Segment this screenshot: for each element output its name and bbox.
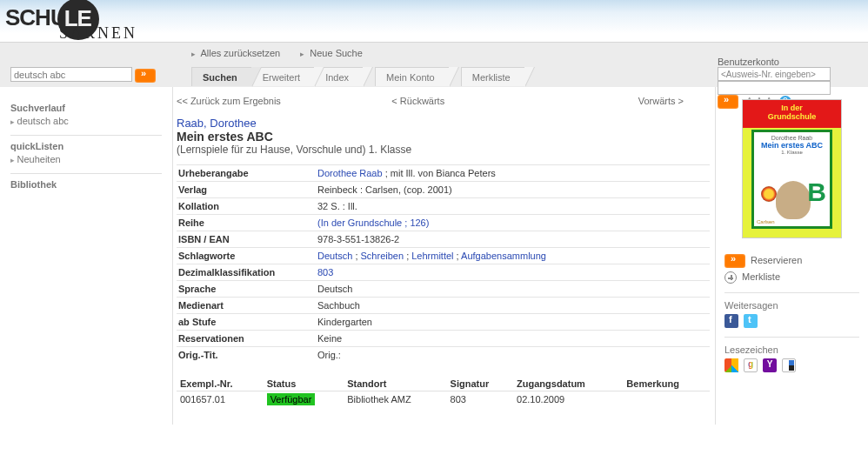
yahoo-icon[interactable]: [763, 358, 777, 372]
detail-link[interactable]: (In der Grundschule ; 126): [317, 217, 429, 228]
tab-merkliste[interactable]: Merkliste: [461, 67, 524, 86]
subject-tag[interactable]: Lehrmittel: [411, 251, 453, 261]
detail-value: Orig.:: [316, 347, 710, 364]
copy-signature: 803: [447, 391, 514, 408]
detail-value: Reinbeck : Carlsen, (cop. 2001): [316, 182, 710, 198]
cover-ball-graphic: [761, 186, 777, 202]
subject-tag[interactable]: Aufgabensammlung: [461, 251, 546, 261]
prev-record-link[interactable]: < Rückwärts: [391, 96, 444, 106]
copies-header: Bemerkung: [623, 377, 710, 391]
search-history-item[interactable]: deutsch abc: [10, 116, 162, 126]
reserve-button[interactable]: Reservieren: [724, 254, 859, 268]
copy-location: Bibliothek AMZ: [344, 391, 446, 408]
watchlist-label: Merkliste: [742, 271, 780, 282]
detail-value: 978-3-551-13826-2: [316, 231, 710, 248]
result-nav: << Zurück zum Ergebnis < Rückwärts Vorwä…: [177, 96, 710, 106]
reserve-label: Reservieren: [751, 255, 802, 265]
triangle-icon: ▸: [191, 50, 196, 58]
next-record-link[interactable]: Vorwärts >: [638, 96, 684, 106]
detail-label: Urheberangabe: [177, 165, 316, 182]
detail-label: Dezimalklassifikation: [177, 264, 316, 281]
account-label: Benutzerkonto: [718, 57, 779, 67]
share-heading: Weitersagen: [724, 300, 859, 311]
copies-header: Exempl.-Nr.: [177, 377, 264, 391]
reset-all-link[interactable]: Alles zurücksetzen: [200, 48, 280, 58]
detail-row: Orig.-Tit.Orig.:: [177, 347, 710, 364]
detail-row: SpracheDeutsch: [177, 281, 710, 298]
utility-bar: ▸ Alles zurücksetzen ▸ Neue Suche Benutz…: [0, 42, 868, 87]
search-button[interactable]: [135, 69, 156, 83]
quicklists-item[interactable]: Neuheiten: [10, 154, 162, 164]
detail-label: ab Stufe: [177, 314, 316, 331]
bookmark-section: Lesezeichen: [724, 337, 859, 372]
quicklists-group: quickListen Neuheiten: [10, 136, 162, 174]
detail-label: Medienart: [177, 298, 316, 314]
author-link[interactable]: Raab, Dorothee: [177, 117, 710, 130]
detail-link[interactable]: Dorothee Raab: [317, 168, 383, 178]
detail-value: Dorothee Raab ; mit Ill. von Bianca Pete…: [316, 165, 710, 182]
tab-bar: SuchenErweitertIndexMein KontoMerkliste: [191, 67, 524, 88]
detail-label: Sprache: [177, 281, 316, 298]
copies-header: Status: [264, 377, 344, 391]
detail-row: ab StufeKindergarten: [177, 314, 710, 331]
reserve-icon: [724, 254, 745, 268]
detail-value: 803: [316, 264, 710, 281]
cover-publisher: Carlsen: [757, 219, 775, 224]
detail-link[interactable]: 803: [317, 267, 333, 278]
header-band: SCHULE SARNEN: [0, 0, 868, 42]
account-number-input[interactable]: [718, 67, 831, 81]
copies-table: Exempl.-Nr.StatusStandortSignaturZugangs…: [177, 377, 710, 407]
library-heading[interactable]: Bibliothek: [10, 179, 162, 190]
subject-tag[interactable]: Deutsch: [317, 251, 352, 261]
cover-image[interactable]: In der Grundschule Dorothee Raab Mein er…: [742, 99, 842, 238]
quicklists-heading: quickListen: [10, 141, 162, 151]
windows-icon[interactable]: [724, 358, 738, 372]
new-search-link[interactable]: Neue Suche: [310, 48, 363, 58]
copy-note: [623, 391, 710, 408]
twitter-icon[interactable]: [744, 314, 758, 328]
detail-row: SchlagworteDeutsch ; Schreiben ; Lehrmit…: [177, 248, 710, 264]
copy-number: 001657.01: [177, 391, 264, 408]
detail-label: Schlagworte: [177, 248, 316, 264]
detail-label: Reihe: [177, 215, 316, 231]
copy-date: 02.10.2009: [513, 391, 623, 408]
subject-tag[interactable]: Schreiben: [361, 251, 404, 261]
detail-row: Kollation32 S. : Ill.: [177, 198, 710, 215]
delicious-icon[interactable]: [782, 358, 796, 372]
search-history-group: Suchverlauf deutsch abc: [10, 97, 162, 136]
right-sidebar: In der Grundschule Dorothee Raab Mein er…: [716, 87, 868, 381]
back-to-results-link[interactable]: << Zurück zum Ergebnis: [177, 96, 281, 106]
cover-letter: B: [807, 177, 826, 207]
cover-bear-graphic: [776, 181, 811, 219]
copies-header: Signatur: [447, 377, 514, 391]
detail-value: (In der Grundschule ; 126): [316, 215, 710, 231]
search-history-heading: Suchverlauf: [10, 103, 162, 113]
detail-row: Reihe(In der Grundschule ; 126): [177, 215, 710, 231]
detail-row: Dezimalklassifikation803: [177, 264, 710, 281]
cover-title: Mein erstes ABC: [754, 141, 830, 150]
detail-row: MedienartSachbuch: [177, 298, 710, 314]
main-content: << Zurück zum Ergebnis < Rückwärts Vorwä…: [173, 87, 715, 425]
tab-suchen[interactable]: Suchen: [191, 67, 251, 86]
detail-label: Orig.-Tit.: [177, 347, 316, 364]
detail-value: Sachbuch: [316, 298, 710, 314]
google-icon[interactable]: [744, 358, 758, 372]
triangle-icon: ▸: [300, 50, 304, 58]
detail-value: Deutsch ; Schreiben ; Lehrmittel ; Aufga…: [316, 248, 710, 264]
detail-value: 32 S. : Ill.: [316, 198, 710, 215]
record-title: Mein erstes ABC: [177, 130, 710, 144]
status-badge: Verfügbar: [267, 393, 316, 405]
watchlist-button[interactable]: Merkliste: [724, 271, 859, 284]
search-input[interactable]: [10, 67, 132, 82]
copies-row: 001657.01VerfügbarBibliothek AMZ80302.10…: [177, 391, 710, 408]
copies-header: Zugangsdatum: [513, 377, 623, 391]
facebook-icon[interactable]: [724, 314, 738, 328]
plus-icon: [724, 271, 737, 284]
cover-author: Dorothee Raab: [754, 135, 830, 141]
library-group: Bibliothek: [10, 174, 162, 201]
tab-mein-konto[interactable]: Mein Konto: [375, 67, 449, 86]
cover-series-strip: In der Grundschule: [743, 100, 841, 128]
detail-value: Deutsch: [316, 281, 710, 298]
copies-header: Standort: [344, 377, 446, 391]
details-table: UrheberangabeDorothee Raab ; mit Ill. vo…: [177, 164, 710, 363]
